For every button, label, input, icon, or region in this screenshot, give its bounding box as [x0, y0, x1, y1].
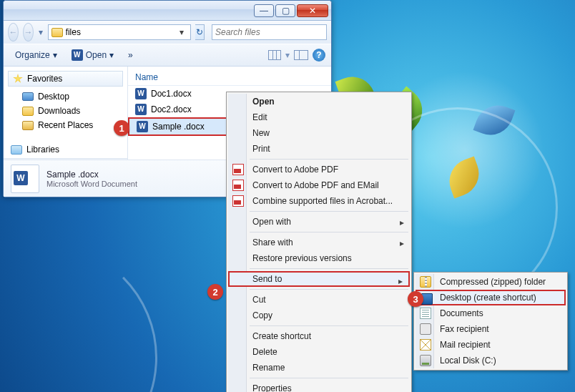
nav-history-chevron[interactable]: ▾: [38, 24, 44, 40]
refresh-button[interactable]: ↻: [195, 24, 205, 40]
chevron-down-icon: ▾: [53, 50, 57, 60]
fax-icon: [420, 323, 431, 335]
chevron-down-icon[interactable]: ▾: [285, 50, 290, 60]
tree-item-label: Downloads: [38, 106, 80, 116]
file-name: Doc1.docx: [151, 89, 192, 99]
view-icon[interactable]: [268, 50, 281, 60]
libraries-icon: [11, 145, 22, 155]
menu-create-shortcut[interactable]: Create shortcut: [228, 328, 410, 344]
menu-properties[interactable]: Properties: [228, 381, 410, 392]
nav-tree: Favorites Desktop Downloads Recent Place…: [4, 67, 128, 160]
menu-open[interactable]: Open: [228, 94, 410, 109]
documents-icon: [420, 308, 431, 319]
minimize-button[interactable]: —: [254, 4, 274, 17]
menu-print[interactable]: Print: [228, 141, 410, 157]
arrow-right-icon: ▸: [400, 217, 404, 227]
context-menu: Open Edit New Print Convert to Adobe PDF…: [226, 92, 412, 392]
nav-row: ← → ▾ ▾ ↻: [4, 21, 331, 44]
recent-icon: [22, 121, 34, 130]
libraries-header[interactable]: Libraries: [4, 142, 127, 157]
tree-item-downloads[interactable]: Downloads: [4, 104, 127, 118]
pdf-icon: [232, 195, 244, 207]
sendto-documents[interactable]: Documents: [416, 305, 566, 321]
back-button[interactable]: ←: [8, 23, 19, 41]
tree-item-recent[interactable]: Recent Places: [4, 118, 127, 132]
file-name: Sample .docx: [152, 122, 205, 132]
arrow-right-icon: ▸: [400, 238, 404, 248]
word-icon: [135, 104, 147, 115]
address-bar[interactable]: ▾: [48, 24, 191, 40]
file-name: Doc2.docx: [151, 104, 192, 114]
scroll-thumb[interactable]: [15, 160, 79, 160]
word-icon: [135, 88, 147, 99]
word-icon: [72, 49, 83, 61]
tree-item-desktop[interactable]: Desktop: [4, 89, 127, 104]
open-button[interactable]: Open ▾: [66, 47, 119, 63]
scroll-left-icon[interactable]: ◂: [4, 160, 15, 160]
annotation-badge-1: 1: [114, 120, 129, 136]
menu-edit[interactable]: Edit: [228, 109, 410, 125]
column-header-name[interactable]: Name: [128, 69, 331, 86]
favorites-label: Favorites: [27, 74, 62, 84]
pdf-icon: [232, 164, 244, 175]
menu-convert-pdf-email[interactable]: Convert to Adobe PDF and EMail: [228, 177, 410, 193]
menu-convert-pdf[interactable]: Convert to Adobe PDF: [228, 162, 410, 177]
help-button[interactable]: ?: [313, 49, 325, 62]
star-icon: [13, 74, 23, 84]
sendto-desktop[interactable]: Desktop (create shortcut): [416, 290, 566, 305]
maximize-button[interactable]: ▢: [275, 4, 295, 17]
menu-send-to[interactable]: Send to▸: [228, 271, 410, 287]
toolbar: Organize ▾ Open ▾ » ▾ ?: [4, 44, 331, 67]
close-button[interactable]: ✕: [297, 4, 328, 17]
tree-item-label: Recent Places: [38, 120, 93, 130]
address-input[interactable]: [66, 27, 173, 37]
menu-share-with[interactable]: Share with▸: [228, 235, 410, 250]
details-filetype: Microsoft Word Document: [46, 180, 137, 188]
zip-icon: [420, 276, 431, 288]
menu-combine-acrobat[interactable]: Combine supported files in Acrobat...: [228, 193, 410, 209]
libraries-label: Libraries: [26, 144, 59, 155]
menu-restore-versions[interactable]: Restore previous versions: [228, 250, 410, 266]
mail-icon: [420, 339, 431, 351]
arrow-right-icon: ▸: [398, 276, 403, 286]
menu-delete[interactable]: Delete: [228, 344, 410, 360]
scroll-right-icon[interactable]: ▸: [116, 160, 127, 160]
tree-item-label: Desktop: [38, 92, 69, 102]
disk-icon: [420, 355, 431, 366]
folder-icon: [51, 28, 63, 37]
menu-rename[interactable]: Rename: [228, 360, 410, 376]
scroll-track[interactable]: [15, 160, 116, 160]
word-icon-large: [11, 165, 39, 193]
desktop-icon: [22, 92, 34, 101]
send-to-submenu: Compressed (zipped) folder Desktop (crea…: [413, 272, 568, 371]
sendto-zip[interactable]: Compressed (zipped) folder: [416, 274, 566, 290]
menu-copy[interactable]: Copy: [228, 308, 410, 323]
annotation-badge-2: 2: [207, 284, 223, 300]
open-label: Open: [86, 50, 107, 60]
titlebar[interactable]: — ▢ ✕: [4, 1, 331, 21]
preview-pane-icon[interactable]: [294, 50, 308, 60]
folder-icon: [22, 107, 34, 116]
menu-new[interactable]: New: [228, 125, 410, 141]
address-dropdown[interactable]: ▾: [176, 27, 187, 37]
search-box[interactable]: [212, 24, 327, 40]
annotation-badge-3: 3: [408, 291, 423, 307]
details-filename: Sample .docx: [46, 170, 137, 180]
organize-label: Organize: [15, 50, 50, 60]
menu-cut[interactable]: Cut: [228, 292, 410, 308]
pdf-icon: [232, 180, 244, 191]
tree-scrollbar[interactable]: ◂ ▸: [4, 158, 127, 160]
toolbar-overflow[interactable]: »: [122, 48, 139, 62]
chevron-down-icon: ▾: [109, 50, 114, 60]
sendto-fax[interactable]: Fax recipient: [416, 321, 566, 337]
sendto-disk[interactable]: Local Disk (C:): [416, 353, 566, 368]
sendto-mail[interactable]: Mail recipient: [416, 337, 566, 353]
forward-button[interactable]: →: [23, 23, 34, 41]
favorites-header[interactable]: Favorites: [8, 71, 123, 87]
search-input[interactable]: [215, 27, 323, 37]
organize-button[interactable]: Organize ▾: [9, 48, 63, 62]
menu-open-with[interactable]: Open with▸: [228, 214, 410, 230]
word-icon: [137, 121, 148, 132]
